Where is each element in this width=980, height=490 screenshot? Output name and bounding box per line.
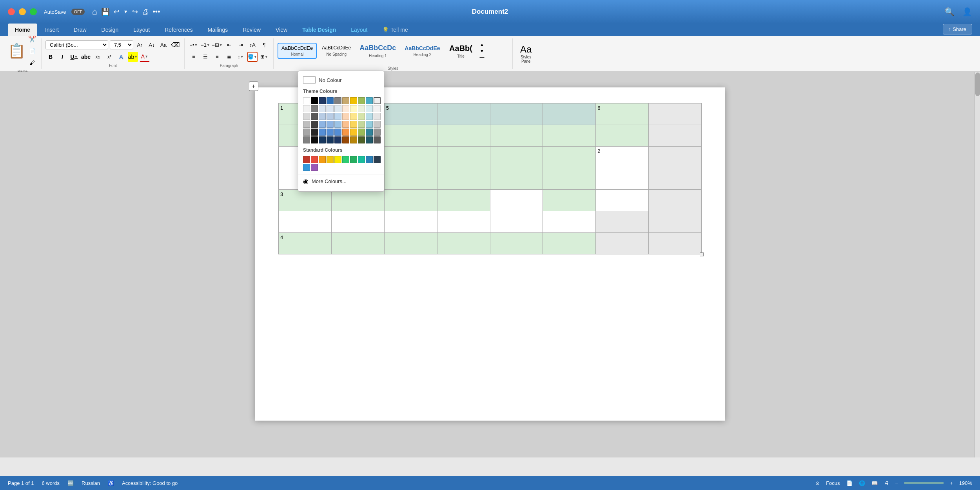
highlight-button[interactable]: ab▼ [128,52,138,62]
theme-swatch-r4-6[interactable] [342,121,349,128]
align-center-button[interactable]: ☰ [200,52,211,62]
theme-swatch-r2-2[interactable] [311,105,318,112]
cell-2-6[interactable] [543,125,596,147]
cell-2-5[interactable] [490,125,543,147]
vertical-scrollbar[interactable] [975,72,980,457]
cell-5-7[interactable] [596,190,649,211]
minimize-button[interactable] [19,8,26,15]
tab-review[interactable]: Review [236,24,268,36]
style-no-spacing[interactable]: AaBbCcDdEe No Spacing [318,43,354,58]
border-button[interactable]: ⊞▼ [259,52,269,62]
cell-5-1[interactable]: 3 [279,190,332,211]
theme-swatch-r5-2[interactable] [311,129,318,136]
tab-table-design[interactable]: Table Design [295,24,343,36]
bold-button[interactable]: B [45,52,56,62]
theme-swatch-gray[interactable] [334,97,341,104]
cell-5-8[interactable] [649,190,702,211]
theme-swatch-r3-3[interactable] [319,113,326,120]
cell-3-8[interactable] [649,147,702,168]
cell-5-5[interactable] [490,190,543,211]
multilevel-list-button[interactable]: ≡⊞▼ [212,40,222,50]
no-color-option[interactable]: No Colour [298,74,384,86]
cell-3-4[interactable] [437,147,490,168]
std-swatch-red[interactable] [311,156,318,163]
strikethrough-button[interactable]: abc [81,52,91,62]
cut-button[interactable]: ✂️ [27,34,37,44]
cell-5-6[interactable] [543,190,596,211]
tab-references[interactable]: References [158,24,200,36]
zoom-in-icon[interactable]: + [950,480,953,486]
view-normal-icon[interactable]: 📄 [846,480,853,486]
view-web-icon[interactable]: 🌐 [859,480,865,486]
cell-7-3[interactable] [384,233,437,254]
zoom-out-icon[interactable]: − [895,480,898,486]
theme-swatch-r5-7[interactable] [350,129,357,136]
std-swatch-lightblue[interactable] [303,164,310,171]
more-toolbar-icon[interactable]: ••• [153,8,160,16]
paste-button[interactable]: 📋 [8,43,25,59]
theme-swatch-r3-10[interactable] [374,113,381,120]
theme-swatch-lightgray-selected[interactable] [374,97,381,104]
theme-swatch-r5-1[interactable] [303,129,310,136]
cell-1-6[interactable] [543,103,596,125]
std-swatch-yellow[interactable] [327,156,334,163]
language-label[interactable]: Russian [82,480,100,486]
zoom-level[interactable]: 190% [959,480,972,486]
theme-swatch-r4-3[interactable] [319,121,326,128]
theme-swatch-r4-4[interactable] [327,121,334,128]
table-add-button[interactable]: + [249,82,258,91]
theme-swatch-r4-9[interactable] [366,121,373,128]
theme-swatch-r5-4[interactable] [327,129,334,136]
cell-2-7[interactable] [596,125,649,147]
shading-button[interactable]: 🪣▼ [247,52,258,62]
theme-swatch-r6-2[interactable] [311,136,318,143]
theme-swatch-r5-5[interactable] [334,129,341,136]
view-print-icon[interactable]: 🖨 [884,480,889,486]
subscript-button[interactable]: x₂ [93,52,103,62]
std-swatch-green[interactable] [350,156,357,163]
tab-layout-2[interactable]: Layout [344,24,374,36]
theme-swatch-r6-1[interactable] [303,136,310,143]
theme-swatch-r5-8[interactable] [358,129,365,136]
tab-view[interactable]: View [269,24,294,36]
std-swatch-purple[interactable] [311,164,318,171]
std-swatch-darkred[interactable] [303,156,310,163]
theme-swatch-r2-10[interactable] [374,105,381,112]
std-swatch-darkblue[interactable] [374,156,381,163]
focus-label[interactable]: Focus [826,480,840,486]
cell-5-4[interactable] [437,190,490,211]
theme-swatch-r6-3[interactable] [319,136,326,143]
theme-swatch-r3-7[interactable] [350,113,357,120]
theme-swatch-r5-6[interactable] [342,129,349,136]
theme-swatch-r4-10[interactable] [374,121,381,128]
std-swatch-lightgreen[interactable] [342,156,349,163]
style-normal[interactable]: AaBbCcDdEe Normal [278,43,317,59]
cell-3-3[interactable] [384,147,437,168]
cell-1-7[interactable]: 6 [596,103,649,125]
bullets-button[interactable]: ≡•▼ [189,40,199,50]
theme-swatch-r5-3[interactable] [319,129,326,136]
search-icon[interactable]: 🔍 [945,7,955,16]
more-styles-button[interactable]: ▲▼— [478,37,486,65]
theme-swatch-white[interactable] [303,97,310,104]
theme-swatch-r4-7[interactable] [350,121,357,128]
theme-swatch-r4-8[interactable] [358,121,365,128]
cell-4-8[interactable] [649,168,702,190]
tab-design[interactable]: Design [94,24,126,36]
theme-swatch-r2-6[interactable] [342,105,349,112]
show-marks-button[interactable]: ¶ [259,40,269,50]
cell-4-7[interactable] [596,168,649,190]
cell-6-4[interactable] [437,211,490,233]
cell-1-3[interactable]: 5 [384,103,437,125]
theme-swatch-r3-1[interactable] [303,113,310,120]
tab-tell-me[interactable]: 💡 Tell me [375,24,415,36]
font-family-select[interactable]: Calibri (Bo... [45,40,108,49]
theme-swatch-r4-2[interactable] [311,121,318,128]
theme-swatch-r3-8[interactable] [358,113,365,120]
theme-swatch-yellow[interactable] [350,97,357,104]
zoom-slider[interactable] [904,482,944,484]
save-icon[interactable]: 💾 [101,7,110,16]
print-icon[interactable]: 🖨 [142,8,149,16]
theme-swatch-r6-5[interactable] [334,136,341,143]
cell-4-3[interactable] [384,168,437,190]
